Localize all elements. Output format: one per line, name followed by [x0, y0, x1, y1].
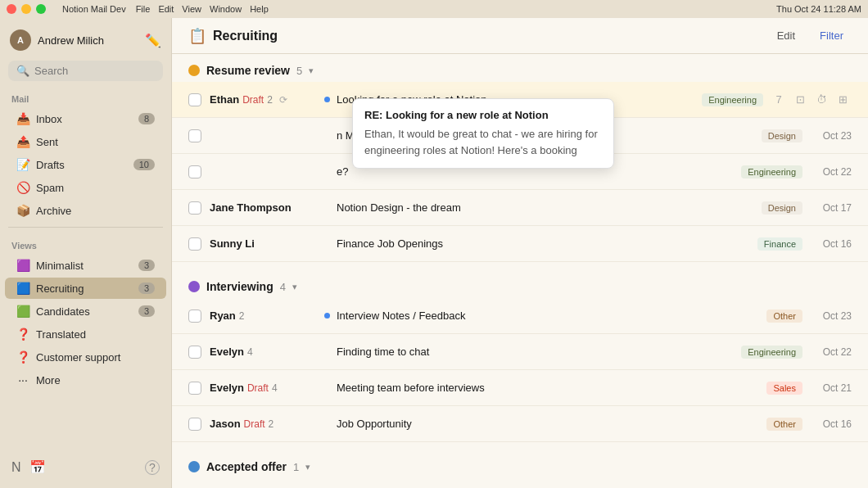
menu-window[interactable]: Window [210, 4, 242, 14]
group-header-interviewing: Interviewing 4 ▾ [172, 270, 868, 298]
edit-button[interactable]: Edit [769, 26, 803, 45]
customer-support-label: Customer support [36, 351, 155, 364]
popup-title: RE: Looking for a new role at Notion [364, 109, 602, 121]
group-chevron-interviewing[interactable]: ▾ [292, 282, 297, 292]
row-tag-2: Design [762, 129, 802, 142]
calendar-icon[interactable]: 📅 [29, 459, 46, 475]
row-date-evelyn-2: Oct 21 [811, 382, 852, 394]
row-checkbox[interactable] [188, 310, 201, 323]
row-tag-3: Engineering [741, 165, 802, 178]
row-checkbox[interactable] [188, 346, 201, 359]
account-switcher[interactable]: A Andrew Milich ✏️ [0, 25, 171, 56]
minimalist-badge: 3 [138, 260, 155, 271]
row-checkbox[interactable] [188, 201, 201, 215]
row-checkbox[interactable] [188, 237, 201, 251]
group-dot-resume [188, 65, 200, 76]
sidebar-item-inbox[interactable]: 📥 Inbox 8 [5, 108, 166, 129]
email-row-sunny[interactable]: Sunny Li Finance Job Openings Finance Oc… [172, 226, 868, 262]
page-icon: 📋 [188, 27, 206, 45]
recruiting-badge: 3 [138, 282, 155, 294]
email-row-eli[interactable]: Eli MacKinnon Working at Notion Engineer… [172, 478, 868, 488]
menu-view[interactable]: View [182, 4, 201, 14]
row-subject-sunny: Finance Job Openings [337, 237, 749, 250]
row-date-3: Oct 22 [811, 166, 852, 178]
help-icon[interactable]: ? [145, 460, 160, 475]
avatar: A [10, 29, 31, 51]
sidebar-divider [8, 227, 163, 228]
close-button[interactable] [7, 4, 16, 14]
more-label: More [36, 374, 155, 386]
drafts-label: Drafts [36, 159, 127, 171]
row-subject-evelyn-1: Finding time to chat [337, 346, 733, 358]
row-sender-jane: Jane Thompson [210, 201, 324, 214]
action-icon-1[interactable]: 7 [770, 91, 788, 109]
row-checkbox[interactable] [188, 418, 201, 431]
minimize-button[interactable] [21, 4, 31, 14]
row-date-sunny: Oct 16 [811, 238, 852, 250]
inbox-icon: 📥 [16, 112, 29, 125]
email-row-jane[interactable]: Jane Thompson Notion Design - the dream … [172, 190, 868, 226]
row-date-2: Oct 23 [811, 130, 852, 142]
minimalist-icon: 🟪 [16, 259, 29, 272]
row-subject-ryan: Interview Notes / Feedback [337, 310, 758, 322]
recruiting-icon: 🟦 [16, 282, 29, 295]
inbox-label: Inbox [36, 113, 132, 125]
translated-label: Translated [36, 328, 155, 341]
email-row-ethan[interactable]: Ethan Draft 2 ⟳ Looking for a new role a… [172, 82, 868, 118]
row-subject-jason: Job Opportunity [337, 418, 758, 430]
sidebar-item-spam[interactable]: 🚫 Spam [5, 177, 166, 198]
action-icon-4[interactable]: ⊞ [834, 91, 852, 109]
app-body: A Andrew Milich ✏️ 🔍 Search Mail 📥 Inbox… [0, 18, 868, 488]
row-sender-evelyn-2: Evelyn Draft 4 [210, 382, 324, 394]
sidebar-item-translated[interactable]: ❓ Translated [5, 323, 166, 345]
notion-icon[interactable]: N [11, 460, 21, 475]
row-checkbox[interactable] [188, 93, 201, 106]
maximize-button[interactable] [36, 4, 46, 14]
group-chevron-accepted[interactable]: ▾ [305, 462, 310, 472]
row-date-evelyn-1: Oct 22 [811, 346, 852, 358]
archive-label: Archive [36, 205, 155, 217]
sidebar-item-sent[interactable]: 📤 Sent [5, 131, 166, 152]
sidebar: A Andrew Milich ✏️ 🔍 Search Mail 📥 Inbox… [0, 18, 172, 488]
drafts-badge: 10 [133, 159, 155, 170]
menu-file[interactable]: File [136, 4, 151, 14]
menu-help[interactable]: Help [250, 4, 269, 14]
sidebar-item-recruiting[interactable]: 🟦 Recruiting 3 [5, 278, 166, 299]
row-checkbox[interactable] [188, 382, 201, 395]
action-icon-3[interactable]: ⏱ [812, 91, 830, 109]
sidebar-item-customer-support[interactable]: ❓ Customer support [5, 346, 166, 368]
row-checkbox[interactable] [188, 165, 201, 178]
action-icon-2[interactable]: ⊡ [791, 91, 809, 109]
search-bar[interactable]: 🔍 Search [8, 61, 163, 81]
candidates-icon: 🟩 [16, 305, 29, 318]
row-tag-jason: Other [766, 418, 802, 431]
traffic-lights [7, 4, 46, 14]
email-row-evelyn-2[interactable]: Evelyn Draft 4 Meeting team before inter… [172, 370, 868, 406]
drafts-icon: 📝 [16, 158, 29, 171]
sidebar-item-minimalist[interactable]: 🟪 Minimalist 3 [5, 255, 166, 276]
archive-icon: 📦 [16, 204, 29, 217]
inbox-badge: 8 [138, 113, 155, 124]
sidebar-item-archive[interactable]: 📦 Archive [5, 200, 166, 221]
sidebar-item-drafts[interactable]: 📝 Drafts 10 [5, 154, 166, 175]
row-tag-evelyn-1: Engineering [741, 346, 802, 359]
main-panel: 📋 Recruiting Edit Filter Resume review 5… [172, 18, 868, 488]
group-count-resume: 5 [296, 65, 302, 77]
sent-icon: 📤 [16, 135, 29, 148]
compose-icon[interactable]: ✏️ [145, 33, 161, 48]
sidebar-footer: N 📅 ? [0, 453, 171, 481]
email-row-evelyn-1[interactable]: Evelyn 4 Finding time to chat Engineerin… [172, 334, 868, 370]
row-checkbox[interactable] [188, 129, 201, 142]
sidebar-item-candidates[interactable]: 🟩 Candidates 3 [5, 300, 166, 322]
sidebar-item-more[interactable]: ··· More [5, 369, 166, 391]
email-row-ryan[interactable]: Ryan 2 Interview Notes / Feedback Other … [172, 298, 868, 334]
group-dot-accepted [188, 461, 200, 472]
group-chevron-resume[interactable]: ▾ [309, 66, 314, 76]
row-date-ryan: Oct 23 [811, 310, 852, 322]
candidates-badge: 3 [138, 305, 155, 317]
email-row-jason[interactable]: Jason Draft 2 Job Opportunity Other Oct … [172, 406, 868, 442]
customer-support-icon: ❓ [16, 350, 29, 364]
menu-edit[interactable]: Edit [158, 4, 174, 14]
filter-button[interactable]: Filter [811, 26, 852, 45]
spacer-2 [172, 442, 868, 450]
